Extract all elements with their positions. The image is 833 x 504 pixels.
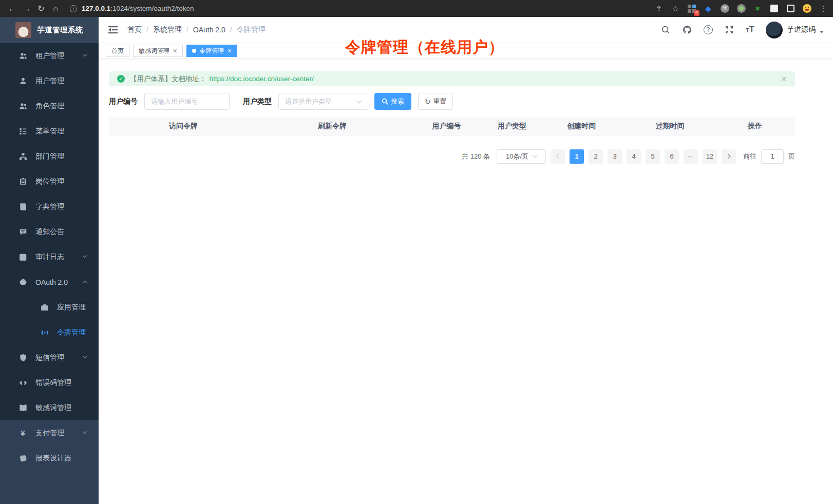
sidebar-item-租户管理[interactable]: 租户管理 xyxy=(0,43,99,68)
sidebar-item-错误码管理[interactable]: 错误码管理 xyxy=(0,370,99,395)
doc-alert: ✓ 【用户体系】文档地址： https://doc.iocoder.cn/use… xyxy=(109,71,795,86)
goto-page-input[interactable] xyxy=(761,149,784,164)
record-extension-icon[interactable] xyxy=(736,4,746,13)
alert-close-icon[interactable]: ✕ xyxy=(781,75,787,83)
sidepanel-icon[interactable] xyxy=(786,4,795,13)
sidebar-item-label: 部门管理 xyxy=(35,152,64,161)
column-header: 刷新令牌 xyxy=(258,118,407,135)
sidebar-item-短信管理[interactable]: 短信管理 xyxy=(0,345,99,370)
collapse-sidebar-icon[interactable] xyxy=(108,25,118,35)
sidebar-item-字典管理[interactable]: 字典管理 xyxy=(0,194,99,219)
column-header: 过期时间 xyxy=(625,118,715,135)
browser-home-icon[interactable]: ⌂ xyxy=(48,2,63,16)
reset-button[interactable]: ↻ 重置 xyxy=(418,93,453,110)
tab-令牌管理[interactable]: 令牌管理✕ xyxy=(186,45,237,57)
tab-首页[interactable]: 首页 xyxy=(106,45,129,57)
url-host: 127.0.0.1 xyxy=(82,5,110,12)
prev-page-button[interactable] xyxy=(551,149,565,164)
sidebar-item-label: 令牌管理 xyxy=(57,328,86,337)
department-icon xyxy=(18,152,27,161)
breadcrumb-item[interactable]: OAuth 2.0 xyxy=(193,26,225,34)
role-icon xyxy=(18,102,27,110)
sidebar: 芋道管理系统 租户管理用户管理角色管理菜单管理部门管理岗位管理字典管理通知公告审… xyxy=(0,17,99,504)
sidebar-item-label: 审计日志 xyxy=(35,253,64,262)
breadcrumb: 首页/系统管理/OAuth 2.0/令牌管理 xyxy=(127,25,266,34)
search-button[interactable]: 搜索 xyxy=(374,93,411,110)
browser-menu-icon[interactable]: ⋮ xyxy=(819,4,828,13)
page-button-1[interactable]: 1 xyxy=(570,149,584,164)
bookmark-star-icon[interactable]: ☆ xyxy=(671,4,680,13)
sidebar-item-通知公告[interactable]: 通知公告 xyxy=(0,219,99,244)
browser-back-icon[interactable]: ← xyxy=(5,2,20,16)
star-extension-icon[interactable]: ✶ xyxy=(753,4,762,13)
sidebar-item-敏感词管理[interactable]: 敏感词管理 xyxy=(0,395,99,420)
sidebar-item-报表设计器[interactable]: 报表设计器 xyxy=(0,445,99,471)
tab-close-icon[interactable]: ✕ xyxy=(173,48,177,54)
command-extension-icon[interactable]: ⌘ xyxy=(720,4,729,13)
chevron-down-icon xyxy=(533,153,537,158)
profile-emoji-icon[interactable] xyxy=(802,4,811,13)
post-icon xyxy=(18,177,27,186)
user-id-input[interactable] xyxy=(144,93,230,110)
sidebar-item-应用管理[interactable]: 应用管理 xyxy=(0,295,99,320)
browser-forward-icon[interactable]: → xyxy=(20,2,34,16)
breadcrumb-separator: / xyxy=(146,26,148,34)
sidebar-item-菜单管理[interactable]: 菜单管理 xyxy=(0,119,99,144)
success-check-icon: ✓ xyxy=(117,75,125,83)
page-info-icon[interactable]: i xyxy=(70,5,77,12)
extension-grid-icon[interactable]: 9 xyxy=(687,4,696,13)
font-size-icon[interactable]: TT xyxy=(746,25,754,35)
goto-label: 前往 xyxy=(743,152,756,161)
page-size-select[interactable]: 10条/页 xyxy=(497,149,546,164)
sidebar-item-用户管理[interactable]: 用户管理 xyxy=(0,68,99,93)
sidebar-item-支付管理[interactable]: ¥支付管理 xyxy=(0,420,99,445)
column-header: 创建时间 xyxy=(538,118,625,135)
sidebar-item-部门管理[interactable]: 部门管理 xyxy=(0,144,99,169)
address-bar[interactable]: i 127.0.0.1:1024/system/oauth2/token xyxy=(70,3,647,15)
page-button-5[interactable]: 5 xyxy=(646,149,660,164)
sidebar-menu-main: 租户管理用户管理角色管理菜单管理部门管理岗位管理字典管理通知公告审计日志OAut… xyxy=(0,43,99,420)
breadcrumb-item[interactable]: 系统管理 xyxy=(153,25,182,34)
search-icon[interactable] xyxy=(660,25,671,35)
page-button-4[interactable]: 4 xyxy=(627,149,641,164)
fullscreen-icon[interactable] xyxy=(724,25,734,35)
app-logo[interactable]: 芋道管理系统 xyxy=(0,17,99,43)
page-button-12[interactable]: 12 xyxy=(703,149,717,164)
user-menu[interactable]: 芋道源码 xyxy=(766,22,824,38)
page-button-6[interactable]: 6 xyxy=(665,149,679,164)
total-count: 共 120 条 xyxy=(462,152,490,161)
puzzle-extension-icon[interactable] xyxy=(769,4,779,13)
page-button-3[interactable]: 3 xyxy=(608,149,622,164)
share-icon[interactable]: ⇪ xyxy=(654,4,664,13)
help-icon[interactable]: ? xyxy=(704,25,713,34)
tab-close-icon[interactable]: ✕ xyxy=(227,48,232,54)
page-content: ✓ 【用户体系】文档地址： https://doc.iocoder.cn/use… xyxy=(99,59,795,164)
topbar-actions: ? TT 芋道源码 xyxy=(660,22,824,38)
breadcrumb-item[interactable]: 首页 xyxy=(127,25,142,34)
gem-extension-icon[interactable]: ◆ xyxy=(704,4,713,13)
user-type-placeholder: 请选择用户类型 xyxy=(285,97,332,106)
chevron-down-icon xyxy=(83,354,87,358)
column-header: 操作 xyxy=(715,118,795,135)
sidebar-item-角色管理[interactable]: 角色管理 xyxy=(0,93,99,119)
tab-敏感词管理[interactable]: 敏感词管理✕ xyxy=(133,45,183,57)
sidebar-item-岗位管理[interactable]: 岗位管理 xyxy=(0,169,99,194)
github-icon[interactable] xyxy=(682,25,692,35)
search-form: 用户编号 用户类型 请选择用户类型 搜索 ↻ 重置 xyxy=(109,93,795,110)
doc-alert-link[interactable]: https://doc.iocoder.cn/user-center/ xyxy=(210,75,314,83)
browser-reload-icon[interactable]: ↻ xyxy=(34,2,48,16)
user-name: 芋道源码 xyxy=(787,25,816,34)
token-icon xyxy=(40,328,49,337)
tenant-icon xyxy=(18,51,27,60)
sidebar-item-审计日志[interactable]: 审计日志 xyxy=(0,244,99,269)
next-page-button[interactable] xyxy=(722,149,736,164)
page-ellipsis[interactable]: ··· xyxy=(684,149,698,164)
sidebar-item-label: 敏感词管理 xyxy=(35,403,71,413)
sidebar-item-令牌管理[interactable]: 令牌管理 xyxy=(0,320,99,345)
app-title: 芋道管理系统 xyxy=(37,25,83,35)
sidebar-item-label: 通知公告 xyxy=(35,227,64,237)
page-button-2[interactable]: 2 xyxy=(589,149,603,164)
user-type-select[interactable]: 请选择用户类型 xyxy=(278,93,368,110)
notice-icon xyxy=(18,227,27,236)
sidebar-item-OAuth 2.0[interactable]: OAuth 2.0 xyxy=(0,269,99,295)
